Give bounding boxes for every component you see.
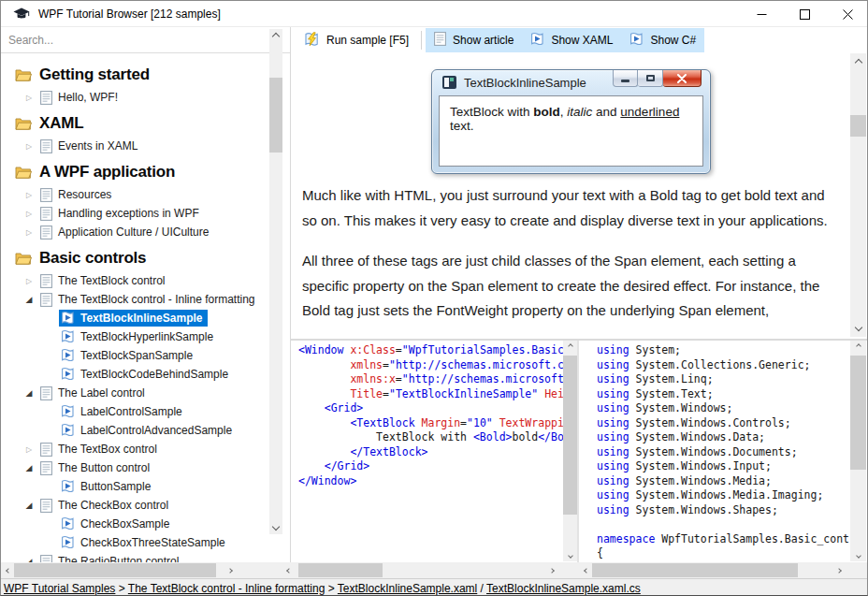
scroll-right-icon[interactable] bbox=[832, 563, 846, 577]
tree-item-the-textbox-control[interactable]: ▷The TextBox control bbox=[1, 440, 268, 458]
breadcrumb-link[interactable]: WPF Tutorial Samples bbox=[4, 582, 115, 595]
scroll-up-icon[interactable] bbox=[269, 29, 282, 44]
tree-sample-textblockhyperlinksample[interactable]: TextBlockHyperlinkSample bbox=[1, 327, 268, 346]
show-article-button[interactable]: Show article bbox=[426, 28, 522, 52]
tree-item-resources[interactable]: ▷Resources bbox=[1, 185, 268, 204]
scroll-down-icon[interactable] bbox=[269, 519, 282, 534]
tree-item-the-checkbox-control[interactable]: ◢The CheckBox control bbox=[1, 496, 268, 515]
tree-category-basic-controls[interactable]: Basic controls bbox=[1, 245, 268, 271]
tree-sample-textblockcodebehindsample[interactable]: TextBlockCodeBehindSample bbox=[1, 365, 268, 384]
expander-expanded-icon[interactable]: ◢ bbox=[23, 295, 35, 304]
breadcrumb-link[interactable]: TextBlockInlineSample.xaml bbox=[338, 582, 477, 595]
sample-window-content: TextBlock with bold, italic and underlin… bbox=[439, 95, 703, 167]
close-button[interactable] bbox=[826, 1, 868, 27]
expander-expanded-icon[interactable]: ◢ bbox=[23, 463, 35, 472]
scrollbar-thumb[interactable] bbox=[850, 356, 866, 470]
tree-category-getting-started[interactable]: Getting started bbox=[1, 62, 268, 88]
scroll-up-icon[interactable] bbox=[850, 55, 866, 70]
tree-item-label: The RadioButton control bbox=[58, 555, 179, 562]
tree-category-label: A WPF application bbox=[39, 163, 175, 182]
wpf-app-icon bbox=[442, 76, 456, 89]
scroll-down-icon[interactable] bbox=[850, 320, 866, 335]
search-input[interactable] bbox=[1, 27, 290, 52]
expander-expanded-icon[interactable]: ◢ bbox=[23, 388, 35, 398]
tree-sample-textblockinlinesample[interactable]: TextBlockInlineSample bbox=[1, 309, 268, 327]
tree-sample-checkboxsample[interactable]: CheckBoxSample bbox=[1, 515, 268, 533]
scroll-right-icon[interactable] bbox=[223, 563, 238, 577]
document-icon bbox=[434, 32, 446, 49]
tree-vertical-scrollbar[interactable] bbox=[269, 29, 282, 534]
tree-item-hello-wpf[interactable]: ▷Hello, WPF! bbox=[1, 88, 268, 107]
tree-item-application-culture-uiculture[interactable]: ▷Application Culture / UICulture bbox=[1, 223, 268, 241]
left-panel: Getting started▷Hello, WPF!XAML▷Events i… bbox=[1, 27, 291, 578]
expander-collapsed-icon[interactable]: ▷ bbox=[23, 142, 35, 151]
csharp-horizontal-scrollbar[interactable] bbox=[579, 563, 850, 577]
expander-collapsed-icon[interactable]: ▷ bbox=[23, 210, 35, 218]
tree-category-a-wpf-application[interactable]: A WPF application bbox=[1, 159, 268, 185]
window-title: WPF Tutorial Browser [212 samples] bbox=[38, 7, 221, 21]
scroll-down-icon[interactable] bbox=[563, 550, 577, 561]
tree-item-label: The CheckBox control bbox=[58, 499, 168, 512]
sample-icon bbox=[61, 423, 75, 437]
minimize-icon bbox=[757, 9, 767, 20]
tree-item-label: Events in XAML bbox=[58, 139, 137, 153]
expander-collapsed-icon[interactable]: ▷ bbox=[23, 191, 35, 199]
sample-icon bbox=[61, 311, 75, 325]
tree-sample-labelcontrolsample[interactable]: LabelControlSample bbox=[1, 402, 268, 421]
tree-sample-buttonsample[interactable]: ButtonSample bbox=[1, 477, 268, 496]
maximize-button[interactable] bbox=[783, 1, 826, 27]
tree: Getting started▷Hello, WPF!XAML▷Events i… bbox=[1, 54, 268, 562]
csharp-vertical-scrollbar[interactable] bbox=[850, 341, 866, 561]
breadcrumb-link[interactable]: The TextBlock control - Inline formattin… bbox=[128, 582, 326, 595]
article-vertical-scrollbar[interactable] bbox=[850, 53, 866, 337]
expander-expanded-icon[interactable]: ◢ bbox=[23, 501, 35, 510]
tree-item-the-button-control[interactable]: ◢The Button control bbox=[1, 458, 268, 477]
scrollbar-thumb[interactable] bbox=[269, 78, 282, 153]
tree-sample-textblockspansample[interactable]: TextBlockSpanSample bbox=[1, 346, 268, 365]
tree-item-label: The Label control bbox=[58, 386, 145, 400]
scroll-right-icon[interactable] bbox=[544, 563, 559, 577]
tree-sample-checkboxthreestatesample[interactable]: CheckBoxThreeStateSample bbox=[1, 533, 268, 552]
breadcrumb-link[interactable]: TextBlockInlineSample.xaml.cs bbox=[486, 582, 641, 595]
tree-item-the-label-control[interactable]: ◢The Label control bbox=[1, 384, 268, 402]
breadcrumb-separator: > bbox=[325, 582, 337, 595]
tree-category-label: XAML bbox=[39, 114, 83, 133]
scroll-down-icon[interactable] bbox=[850, 550, 866, 561]
expander-collapsed-icon[interactable]: ▷ bbox=[23, 228, 35, 237]
show-csharp-button[interactable]: Show C# bbox=[621, 28, 704, 52]
xaml-vertical-scrollbar[interactable] bbox=[563, 341, 577, 561]
tree-item-handling-exceptions-in-wpf[interactable]: ▷Handling exceptions in WPF bbox=[1, 204, 268, 223]
csharp-code-pane[interactable]: using System;using System.Collections.Ge… bbox=[579, 341, 850, 562]
folder-icon bbox=[15, 117, 32, 130]
expander-collapsed-icon[interactable]: ▷ bbox=[23, 445, 35, 454]
tree-item-the-radiobutton-control[interactable]: ◢The RadioButton control bbox=[1, 552, 268, 562]
scrollbar-thumb[interactable] bbox=[298, 563, 383, 577]
expander-collapsed-icon[interactable]: ▷ bbox=[23, 94, 35, 102]
tree-item-the-textblock-control-inline-formatting[interactable]: ◢The TextBlock control - Inline formatti… bbox=[1, 290, 268, 309]
scroll-up-icon[interactable] bbox=[563, 341, 577, 352]
xaml-code-pane[interactable]: <Window x:Class="WpfTutorialSamples.Basi… bbox=[291, 341, 563, 562]
xaml-horizontal-scrollbar[interactable] bbox=[282, 563, 563, 577]
scrollbar-thumb[interactable] bbox=[850, 115, 866, 137]
close-icon bbox=[663, 70, 702, 87]
show-xaml-button[interactable]: Show XAML bbox=[522, 28, 621, 52]
minimize-button[interactable] bbox=[740, 1, 783, 27]
scrollbar-thumb[interactable] bbox=[563, 356, 577, 515]
expander-collapsed-icon[interactable]: ▷ bbox=[23, 277, 35, 285]
scrollbar-thumb[interactable] bbox=[592, 563, 798, 577]
run-sample-button[interactable]: Run sample [F5] bbox=[296, 28, 417, 52]
sample-window-titlebar: TextBlockInlineSample bbox=[432, 70, 710, 95]
tree-horizontal-scrollbar[interactable] bbox=[1, 563, 238, 577]
tree-sample-label: TextBlockHyperlinkSample bbox=[80, 330, 213, 343]
tree-sample-labelcontroladvancedsample[interactable]: LabelControlAdvancedSample bbox=[1, 421, 268, 440]
tree-item-the-textblock-control[interactable]: ▷The TextBlock control bbox=[1, 271, 268, 290]
scroll-up-icon[interactable] bbox=[850, 341, 866, 352]
tree-sample-label: ButtonSample bbox=[80, 480, 151, 493]
app-window: WPF Tutorial Browser [212 samples] Getti… bbox=[0, 0, 868, 596]
tree-item-events-in-xaml[interactable]: ▷Events in XAML bbox=[1, 137, 268, 155]
scrollbar-thumb[interactable] bbox=[14, 563, 216, 577]
tree-category-label: Getting started bbox=[39, 65, 150, 84]
tree-category-xaml[interactable]: XAML bbox=[1, 110, 268, 137]
scroll-left-icon[interactable] bbox=[282, 563, 297, 577]
tree-sample-label: CheckBoxThreeStateSample bbox=[80, 536, 225, 549]
